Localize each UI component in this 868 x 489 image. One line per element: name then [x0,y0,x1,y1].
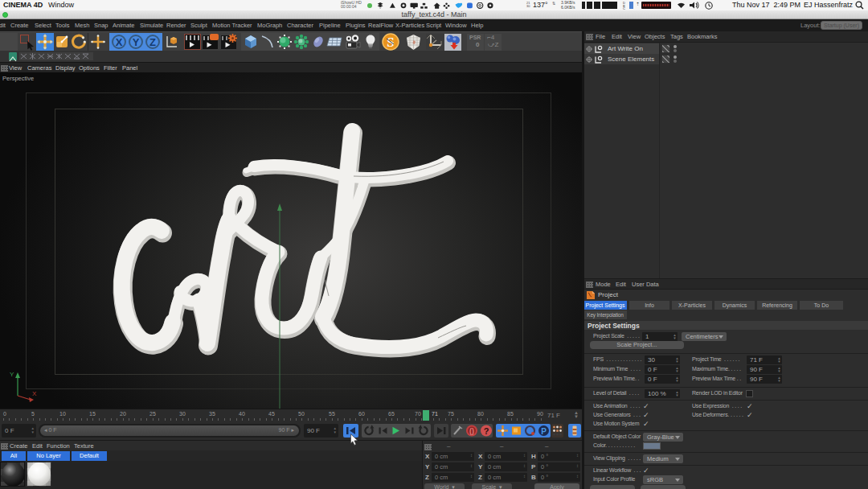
svg-text:?: ? [484,426,489,436]
svg-text:P: P [541,427,547,436]
svg-text:Y: Y [133,36,140,48]
svg-text:X: X [116,36,123,48]
svg-text:Y: Y [10,371,14,378]
svg-text:(): () [469,427,474,435]
svg-text:Z: Z [149,36,156,48]
svg-text:X: X [32,390,37,397]
